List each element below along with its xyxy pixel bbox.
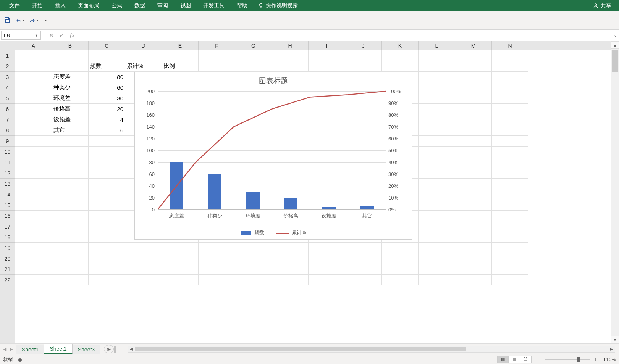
cell[interactable] [455, 114, 492, 125]
cell[interactable] [455, 179, 492, 189]
cell[interactable] [382, 253, 419, 264]
page-layout-view-button[interactable]: ▤ [509, 356, 520, 363]
ribbon-tab-文件[interactable]: 文件 [3, 0, 26, 11]
cell[interactable] [419, 275, 455, 285]
cell[interactable] [15, 221, 52, 232]
column-header[interactable]: C [89, 41, 125, 50]
cell[interactable] [15, 136, 52, 147]
cell[interactable] [309, 50, 345, 61]
sheet-tab[interactable]: Sheet2 [44, 344, 72, 354]
scroll-left-arrow[interactable]: ◀ [128, 347, 135, 351]
cell[interactable] [419, 72, 455, 82]
cell[interactable] [345, 243, 382, 253]
cell[interactable] [52, 232, 89, 243]
cell[interactable] [199, 275, 235, 285]
row-header[interactable]: 22 [0, 275, 15, 285]
cell[interactable] [235, 253, 272, 264]
column-header[interactable]: G [235, 41, 272, 50]
cell[interactable] [15, 157, 52, 168]
cell[interactable] [199, 264, 235, 275]
row-header[interactable]: 18 [0, 232, 15, 243]
cell[interactable]: 20 [89, 104, 125, 114]
cell[interactable] [89, 136, 125, 147]
cell[interactable] [15, 264, 52, 275]
cell[interactable] [272, 253, 309, 264]
cell[interactable] [235, 264, 272, 275]
fx-icon[interactable]: ƒx [69, 32, 74, 39]
cell[interactable] [455, 200, 492, 211]
cell[interactable]: 6 [89, 125, 125, 136]
scroll-up-arrow[interactable]: ▲ [611, 41, 619, 49]
cell[interactable]: 态度差 [52, 72, 89, 82]
zoom-slider[interactable] [545, 359, 590, 360]
row-header[interactable]: 12 [0, 168, 15, 179]
vertical-scrollbar[interactable]: ▲ ▼ [611, 41, 619, 343]
cell[interactable] [419, 221, 455, 232]
cell[interactable] [455, 147, 492, 157]
cell[interactable] [162, 243, 199, 253]
cell[interactable] [419, 200, 455, 211]
cell[interactable] [345, 253, 382, 264]
cell[interactable] [455, 93, 492, 104]
cell[interactable] [419, 264, 455, 275]
column-header[interactable]: A [15, 41, 52, 50]
cell[interactable] [345, 264, 382, 275]
cell[interactable] [162, 50, 199, 61]
cell[interactable] [455, 243, 492, 253]
cell[interactable] [419, 232, 455, 243]
cell[interactable] [272, 264, 309, 275]
cell[interactable] [382, 264, 419, 275]
row-header[interactable]: 21 [0, 264, 15, 275]
row-header[interactable]: 19 [0, 243, 15, 253]
cell[interactable] [15, 93, 52, 104]
cell[interactable] [15, 200, 52, 211]
macro-record-icon[interactable]: ▦ [18, 356, 23, 362]
cell[interactable] [125, 50, 162, 61]
cell[interactable] [89, 157, 125, 168]
cell[interactable] [89, 264, 125, 275]
column-header[interactable]: E [162, 41, 199, 50]
cell[interactable] [272, 275, 309, 285]
column-header[interactable]: I [309, 41, 345, 50]
row-header[interactable]: 6 [0, 104, 15, 114]
cell[interactable] [455, 189, 492, 200]
cell[interactable] [235, 61, 272, 72]
cell[interactable] [15, 114, 52, 125]
cell[interactable] [492, 136, 528, 147]
cell[interactable] [15, 168, 52, 179]
cell[interactable] [309, 61, 345, 72]
cell[interactable] [419, 157, 455, 168]
cell[interactable]: 价格高 [52, 104, 89, 114]
cell[interactable] [345, 61, 382, 72]
cell[interactable] [52, 179, 89, 189]
ribbon-tab-页面布局[interactable]: 页面布局 [72, 0, 105, 11]
cell[interactable] [15, 211, 52, 221]
cell[interactable] [125, 264, 162, 275]
customize-qat-dropdown[interactable]: ▾ [45, 19, 47, 22]
cell[interactable] [419, 168, 455, 179]
sheet-nav-arrows[interactable]: ◀▶ [0, 346, 16, 352]
cell[interactable] [52, 189, 89, 200]
ribbon-tab-开始[interactable]: 开始 [26, 0, 49, 11]
cell[interactable] [419, 189, 455, 200]
cell[interactable] [15, 50, 52, 61]
page-break-view-button[interactable]: 凹 [520, 356, 532, 363]
row-header[interactable]: 17 [0, 221, 15, 232]
cell[interactable] [419, 179, 455, 189]
cell[interactable] [419, 61, 455, 72]
cell[interactable]: 环境差 [52, 93, 89, 104]
cell[interactable] [455, 104, 492, 114]
horizontal-scrollbar[interactable]: ◀ ▶ [128, 346, 615, 353]
cell[interactable]: 种类少 [52, 82, 89, 93]
cell[interactable]: 比例 [162, 61, 199, 72]
row-header[interactable]: 2 [0, 61, 15, 72]
cell[interactable] [272, 50, 309, 61]
cell[interactable] [15, 147, 52, 157]
cell[interactable]: 60 [89, 82, 125, 93]
cell[interactable] [199, 50, 235, 61]
cell[interactable] [199, 253, 235, 264]
cell[interactable] [162, 264, 199, 275]
cell[interactable] [309, 275, 345, 285]
tab-split-handle[interactable] [114, 346, 116, 353]
cell[interactable] [162, 275, 199, 285]
